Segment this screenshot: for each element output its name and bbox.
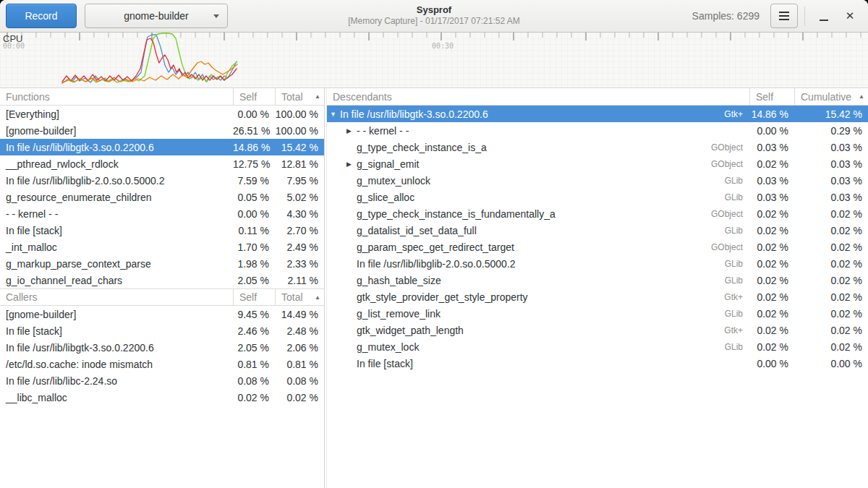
time-tick-mid: 00:30	[432, 42, 454, 50]
descendant-name: g_signal_emit	[357, 158, 419, 170]
descendant-name-cell: ▼ In file /usr/lib/libgtk-3.so.0.2200.6 …	[327, 108, 749, 120]
descendants-table-row[interactable]: g_slice_alloc GLib 0.03 % 0.03 %	[327, 189, 868, 205]
minimize-icon	[820, 20, 828, 21]
descendant-name: In file /usr/lib/libgtk-3.so.0.2200.6	[340, 108, 488, 120]
expander-icon[interactable]: ▶	[346, 160, 357, 168]
functions-table-row[interactable]: g_markup_parse_context_parse 1.98 % 2.33…	[0, 255, 324, 272]
descendant-self-value: 0.03 %	[749, 175, 794, 187]
library-category-label: Gtk+	[724, 109, 749, 119]
functions-table-row[interactable]: _int_malloc 1.70 % 2.49 %	[0, 239, 324, 255]
descendant-name-cell: gtk_style_provider_get_style_property Gt…	[327, 291, 749, 303]
descendant-name-cell: g_mutex_lock GLib	[327, 341, 749, 353]
expander-icon[interactable]: ▶	[346, 127, 357, 134]
descendants-table-row[interactable]: g_type_check_instance_is_fundamentally_a…	[327, 205, 868, 222]
callers-table-row[interactable]: [gnome-builder] 9.45 % 14.49 %	[0, 306, 324, 322]
descendant-name: g_datalist_id_set_data_full	[357, 225, 477, 236]
callers-total-column-header[interactable]: Total ▲	[275, 289, 324, 305]
function-name: In file /usr/lib/libglib-2.0.so.0.5000.2	[0, 175, 233, 187]
close-button[interactable]: ✕	[839, 0, 861, 32]
descendant-self-value: 0.02 %	[749, 258, 794, 270]
process-selector-dropdown[interactable]: gnome-builder	[85, 4, 228, 28]
descendant-cumulative-value: 0.02 %	[794, 225, 868, 236]
library-category-label: GLib	[725, 309, 749, 319]
function-total-value: 2.11 %	[275, 275, 324, 286]
functions-total-column-header[interactable]: Total ▲	[275, 88, 324, 105]
expander-icon[interactable]: ▼	[330, 111, 340, 118]
descendants-table-row[interactable]: ▼ In file /usr/lib/libgtk-3.so.0.2200.6 …	[327, 106, 868, 122]
callers-column-header[interactable]: Callers	[0, 291, 233, 303]
descendants-self-column-header[interactable]: Self	[749, 88, 794, 105]
descendant-cumulative-value: 0.02 %	[794, 325, 868, 336]
descendants-table-row[interactable]: gtk_widget_path_length Gtk+ 0.02 % 0.02 …	[327, 322, 868, 338]
descendants-cumulative-column-header[interactable]: Cumulative ▲	[794, 88, 868, 105]
descendants-column-header[interactable]: Descendants	[327, 91, 749, 103]
library-category-label: GLib	[725, 192, 749, 202]
menu-button[interactable]	[770, 4, 798, 28]
function-total-value: 100.00 %	[275, 108, 324, 120]
descendants-table-row[interactable]: In file /usr/lib/libglib-2.0.so.0.5000.2…	[327, 255, 868, 272]
descendants-table-row[interactable]: In file [stack] 0.00 % 0.00 %	[327, 355, 868, 372]
callers-table-row[interactable]: __libc_malloc 0.02 % 0.02 %	[0, 389, 324, 406]
descendant-name: In file /usr/lib/libglib-2.0.so.0.5000.2	[357, 258, 515, 270]
descendants-table-row[interactable]: g_mutex_lock GLib 0.02 % 0.02 %	[327, 338, 868, 355]
functions-table-row[interactable]: g_io_channel_read_chars 2.05 % 2.11 %	[0, 272, 324, 288]
functions-table-row[interactable]: g_resource_enumerate_children 0.05 % 5.0…	[0, 189, 324, 205]
header-right-cluster: Samples: 6299 ✕	[692, 0, 868, 32]
descendant-self-value: 0.02 %	[749, 241, 794, 253]
descendant-cumulative-value: 0.02 %	[794, 291, 868, 303]
functions-table-row[interactable]: In file /usr/lib/libglib-2.0.so.0.5000.2…	[0, 172, 324, 189]
descendant-name-cell: g_list_remove_link GLib	[327, 308, 749, 320]
callers-table-row[interactable]: In file /usr/lib/libgtk-3.so.0.2200.6 2.…	[0, 339, 324, 356]
functions-table-row[interactable]: In file /usr/lib/libgtk-3.so.0.2200.6 14…	[0, 139, 324, 155]
minimize-button[interactable]	[813, 0, 835, 32]
descendants-table-row[interactable]: g_type_check_instance_is_a GObject 0.03 …	[327, 139, 868, 155]
callers-self-column-header[interactable]: Self	[233, 289, 275, 305]
caller-total-value: 2.06 %	[275, 342, 324, 354]
descendant-name: g_list_remove_link	[357, 308, 441, 320]
caller-total-value: 2.48 %	[275, 325, 324, 337]
descendants-table-row[interactable]: g_datalist_id_set_data_full GLib 0.02 % …	[327, 222, 868, 239]
function-name: [gnome-builder]	[0, 125, 233, 137]
callers-table-row[interactable]: /etc/ld.so.cache: inode mismatch 0.81 % …	[0, 356, 324, 372]
functions-table-row[interactable]: __pthread_rwlock_rdlock 12.75 % 12.81 %	[0, 155, 324, 172]
time-tick-start: 00:00	[3, 42, 25, 50]
descendants-table-row[interactable]: ▶ - - kernel - - 0.00 % 0.29 %	[327, 122, 868, 139]
descendants-table-row[interactable]: g_list_remove_link GLib 0.02 % 0.02 %	[327, 305, 868, 322]
function-self-value: 0.00 %	[233, 108, 275, 120]
caller-name: In file /usr/lib/libgtk-3.so.0.2200.6	[0, 342, 233, 354]
caller-name: /etc/ld.so.cache: inode mismatch	[0, 359, 233, 370]
descendants-table-row[interactable]: gtk_style_provider_get_style_property Gt…	[327, 288, 868, 305]
functions-self-column-header[interactable]: Self	[233, 88, 275, 105]
functions-table-row[interactable]: In file [stack] 0.11 % 2.70 %	[0, 222, 324, 239]
callers-table-row[interactable]: In file [stack] 2.46 % 2.48 %	[0, 322, 324, 339]
descendant-self-value: 14.86 %	[749, 108, 794, 120]
function-total-value: 4.30 %	[275, 208, 324, 220]
function-name: g_markup_parse_context_parse	[0, 258, 233, 270]
descendant-name-cell: In file [stack]	[327, 358, 749, 369]
function-total-value: 2.49 %	[275, 241, 324, 253]
cpu-timeline-graph[interactable]: CPU 00:00 00:30	[0, 33, 868, 88]
caller-self-value: 0.08 %	[233, 375, 275, 387]
record-button[interactable]: Record	[6, 4, 77, 28]
header-bar: Record gnome-builder Sysprof [Memory Cap…	[0, 0, 868, 33]
cpu-graph-canvas	[0, 33, 868, 87]
descendants-table-row[interactable]: g_hash_table_size GLib 0.02 % 0.02 %	[327, 272, 868, 288]
caller-self-value: 2.46 %	[233, 325, 275, 337]
descendant-self-value: 0.02 %	[749, 325, 794, 336]
functions-table-row[interactable]: [Everything] 0.00 % 100.00 %	[0, 106, 324, 122]
descendant-self-value: 0.00 %	[749, 125, 794, 137]
descendants-table-row[interactable]: g_mutex_unlock GLib 0.03 % 0.03 %	[327, 172, 868, 189]
descendant-self-value: 0.02 %	[749, 308, 794, 320]
descendants-table-row[interactable]: g_param_spec_get_redirect_target GObject…	[327, 239, 868, 255]
descendant-cumulative-value: 0.02 %	[794, 241, 868, 253]
functions-table-row[interactable]: - - kernel - - 0.00 % 4.30 %	[0, 205, 324, 222]
functions-table-row[interactable]: [gnome-builder] 26.51 % 100.00 %	[0, 122, 324, 139]
functions-column-header[interactable]: Functions	[0, 91, 233, 103]
descendant-name: g_param_spec_get_redirect_target	[357, 241, 514, 253]
descendant-name: g_slice_alloc	[357, 192, 414, 203]
descendant-self-value: 0.02 %	[749, 158, 794, 170]
descendant-self-value: 0.02 %	[749, 208, 794, 220]
library-category-label: GObject	[711, 142, 749, 153]
descendants-table-row[interactable]: ▶ g_signal_emit GObject 0.02 % 0.03 %	[327, 155, 868, 172]
callers-table-row[interactable]: In file /usr/lib/libc-2.24.so 0.08 % 0.0…	[0, 372, 324, 389]
